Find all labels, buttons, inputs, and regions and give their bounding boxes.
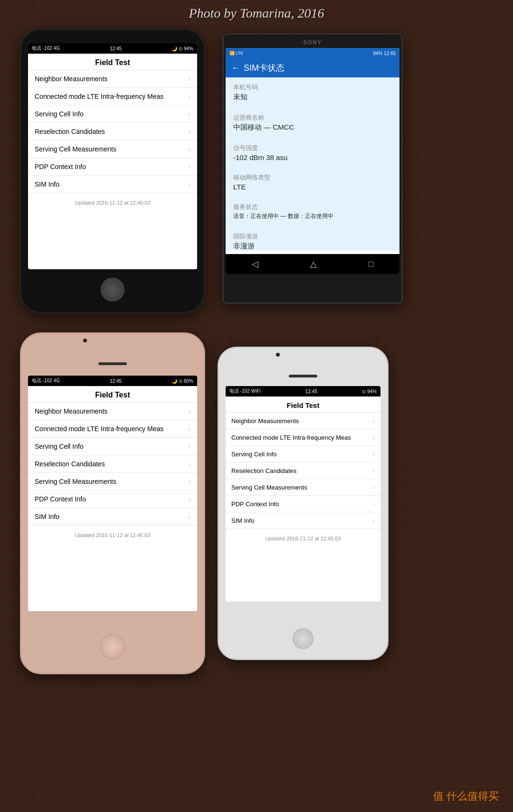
android-list-tr: 本机号码 未知 运营商名称 中国移动 — CMCC 信号强度 -102 dBm … xyxy=(226,77,399,250)
camera-br xyxy=(276,353,280,357)
menu-item-bl-3[interactable]: Reselection Candidates › xyxy=(28,455,197,473)
screen-tr: 📶 LTE 94% 12:45 ← SIM卡状态 本机号码 未知 运营商名称 中… xyxy=(226,48,399,274)
chevron-br-6: › xyxy=(372,517,375,524)
menu-item-br-1[interactable]: Connected mode LTE Intra-frequency Meas … xyxy=(226,429,380,446)
android-title-tr: SIM卡状态 xyxy=(244,62,285,74)
field-test-content-tl: Field Test Neighbor Measurements › Conne… xyxy=(28,54,197,269)
nav-home-icon[interactable]: △ xyxy=(310,259,317,269)
chevron-tl-3: › xyxy=(188,128,190,135)
chevron-tl-4: › xyxy=(188,145,190,153)
menu-item-bl-1[interactable]: Connected mode LTE Intra-frequency Meas … xyxy=(28,420,197,438)
chevron-tl-5: › xyxy=(188,163,190,170)
status-time-bl: 12:45 xyxy=(110,378,122,384)
status-bar-bl: 电话 -102 4G 12:45 🌙 ⊙ 60% xyxy=(28,376,197,386)
field-test-title-bl: Field Test xyxy=(28,386,197,403)
status-time-tl: 12:45 xyxy=(110,46,122,51)
chevron-br-4: › xyxy=(372,483,375,491)
chevron-br-0: › xyxy=(372,417,375,425)
android-item-tr-0: 本机号码 未知 xyxy=(226,77,399,108)
chevron-bl-5: › xyxy=(188,495,190,503)
status-right-tl: 🌙 ⊙ 94% xyxy=(171,46,193,51)
chevron-bl-4: › xyxy=(188,478,190,485)
menu-item-bl-6[interactable]: SIM Info › xyxy=(28,508,197,526)
android-item-tr-4: 服务状态 语音：正在使用中 — 数据：正在使用中 xyxy=(226,197,399,227)
menu-item-tl-2[interactable]: Serving Cell Info › xyxy=(28,105,197,123)
android-item-tr-5: 国际漫游 非漫游 xyxy=(226,227,399,250)
menu-item-tl-5[interactable]: PDP Context Info › xyxy=(28,158,197,176)
status-left-br: 电话 -102 WiFi xyxy=(229,388,261,395)
menu-item-br-5[interactable]: PDP Context Info › xyxy=(226,496,380,512)
screen-tl: 电话 -102 4G 12:45 🌙 ⊙ 94% Field Test Neig… xyxy=(28,43,197,269)
field-test-content-bl: Field Test Neighbor Measurements › Conne… xyxy=(28,386,197,611)
menu-item-bl-2[interactable]: Serving Cell Info › xyxy=(28,438,197,455)
screen-bl: 电话 -102 4G 12:45 🌙 ⊙ 60% Field Test Neig… xyxy=(28,376,197,611)
sony-label: SONY xyxy=(303,39,322,45)
menu-item-br-6[interactable]: SIM Info › xyxy=(226,512,380,529)
nav-recents-icon[interactable]: □ xyxy=(369,259,374,269)
home-button-tl[interactable] xyxy=(101,278,124,302)
status-bar-tl: 电话 -102 4G 12:45 🌙 ⊙ 94% xyxy=(28,43,197,54)
chevron-br-2: › xyxy=(372,450,375,458)
chevron-tl-2: › xyxy=(188,110,190,118)
status-left-bl: 电话 -102 4G xyxy=(32,378,60,384)
menu-item-tl-1[interactable]: Connected mode LTE Intra-frequency Meas … xyxy=(28,88,197,105)
menu-item-bl-5[interactable]: PDP Context Info › xyxy=(28,491,197,508)
menu-item-tl-6[interactable]: SIM Info › xyxy=(28,176,197,193)
phone-bottom-right: 电话 -102 WiFi 12:45 ⊙ 94% Field Test Neig… xyxy=(218,347,389,660)
phone-top-right: SONY 📶 LTE 94% 12:45 ← SIM卡状态 本机号码 未知 运营… xyxy=(222,33,403,304)
back-button-tr[interactable]: ← xyxy=(231,63,240,73)
update-text-br: Updated 2016-11-12 at 12:45:03 xyxy=(226,529,380,548)
status-bar-br: 电话 -102 WiFi 12:45 ⊙ 94% xyxy=(226,386,380,397)
chevron-tl-1: › xyxy=(188,93,190,100)
update-text-tl: Updated 2016-11-12 at 12:45:03 xyxy=(28,193,197,212)
menu-item-tl-3[interactable]: Reselection Candidates › xyxy=(28,123,197,141)
menu-item-bl-4[interactable]: Serving Cell Measurements › xyxy=(28,473,197,491)
menu-item-br-3[interactable]: Reselection Candidates › xyxy=(226,463,380,479)
android-item-tr-1: 运营商名称 中国移动 — CMCC xyxy=(226,108,399,138)
android-item-tr-2: 信号强度 -102 dBm 38 asu xyxy=(226,138,399,168)
menu-item-tl-0[interactable]: Neighbor Measurements › xyxy=(28,70,197,88)
chevron-bl-0: › xyxy=(188,407,190,415)
home-button-bl[interactable] xyxy=(100,634,125,660)
field-test-title-br: Field Test xyxy=(226,397,380,413)
status-bar-tr: 📶 LTE 94% 12:45 xyxy=(226,48,399,58)
chevron-bl-3: › xyxy=(188,460,190,468)
phone-bottom-left: 电话 -102 4G 12:45 🌙 ⊙ 60% Field Test Neig… xyxy=(20,332,205,674)
screen-br: 电话 -102 WiFi 12:45 ⊙ 94% Field Test Neig… xyxy=(226,386,380,602)
status-left-tl: 电话 -102 4G xyxy=(32,45,60,52)
phone-top-left: 电话 -102 4G 12:45 🌙 ⊙ 94% Field Test Neig… xyxy=(20,28,205,313)
chevron-br-1: › xyxy=(372,434,375,441)
field-test-content-br: Field Test Neighbor Measurements › Conne… xyxy=(226,397,380,602)
chevron-tl-0: › xyxy=(188,75,190,83)
status-right-tr: 94% 12:45 xyxy=(373,51,396,56)
speaker-br xyxy=(289,375,317,378)
menu-item-br-4[interactable]: Serving Cell Measurements › xyxy=(226,479,380,496)
status-time-br: 12:45 xyxy=(305,389,317,394)
status-icons-tr: 📶 LTE xyxy=(229,51,243,56)
camera-bl xyxy=(83,339,87,342)
watermark-bottom: 值 什么值得买 xyxy=(433,789,499,803)
chevron-bl-2: › xyxy=(188,443,190,450)
status-right-bl: 🌙 ⊙ 60% xyxy=(171,378,193,384)
chevron-br-3: › xyxy=(372,467,375,474)
android-item-tr-3: 移动网络类型 LTE xyxy=(226,168,399,197)
update-text-bl: Updated 2016-11-12 at 12:45:03 xyxy=(28,526,197,545)
menu-item-tl-4[interactable]: Serving Cell Measurements › xyxy=(28,141,197,158)
speaker-bl xyxy=(98,362,127,365)
watermark-top: Photo by Tomarina, 2016 xyxy=(189,6,324,21)
menu-item-br-0[interactable]: Neighbor Measurements › xyxy=(226,413,380,429)
home-button-br[interactable] xyxy=(293,628,314,649)
status-right-br: ⊙ 94% xyxy=(362,389,377,394)
chevron-bl-1: › xyxy=(188,425,190,433)
android-nav-tr: ◁ △ □ xyxy=(226,254,399,274)
chevron-bl-6: › xyxy=(188,513,190,520)
android-header-tr: ← SIM卡状态 xyxy=(226,58,399,77)
menu-item-bl-0[interactable]: Neighbor Measurements › xyxy=(28,403,197,420)
chevron-br-5: › xyxy=(372,500,375,508)
chevron-tl-6: › xyxy=(188,180,190,188)
nav-back-icon[interactable]: ◁ xyxy=(252,259,258,269)
field-test-title-tl: Field Test xyxy=(28,54,197,70)
menu-item-br-2[interactable]: Serving Cell Info › xyxy=(226,446,380,463)
